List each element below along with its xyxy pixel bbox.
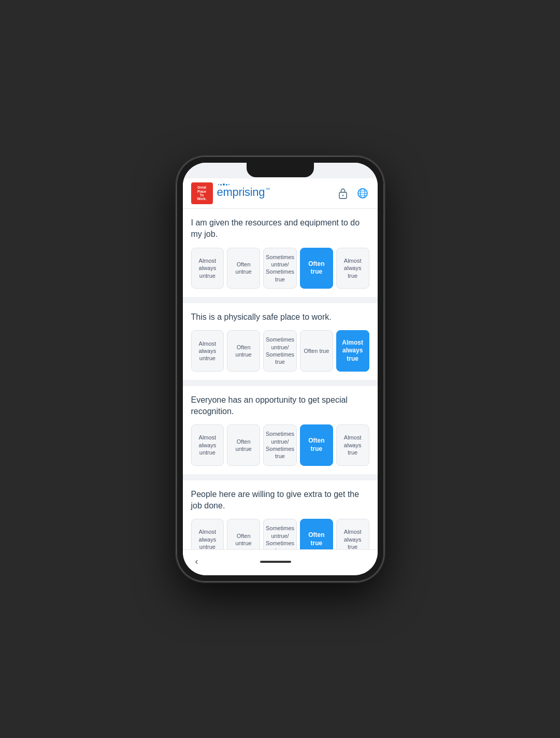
option-btn-q1-o4[interactable]: Often true <box>300 248 333 289</box>
questions-container: I am given the resources and equipment t… <box>183 209 378 549</box>
gptw-text-work: Work. <box>197 197 207 201</box>
brand-name-row: emprising ™ <box>217 186 270 199</box>
question-text-3: Everyone has an opportunity to get speci… <box>191 394 369 418</box>
home-indicator <box>260 561 291 563</box>
option-btn-q4-o2[interactable]: Often untrue <box>227 519 260 549</box>
gptw-text-great: Great <box>197 186 206 189</box>
gptw-logo: Great Place To Work. <box>191 182 213 204</box>
dot-1 <box>218 184 219 185</box>
emprising-tm-symbol: ™ <box>265 187 270 192</box>
option-btn-q3-o2[interactable]: Often untrue <box>227 424 260 465</box>
question-block-4: People here are willing to give extra to… <box>183 480 378 549</box>
app-header: Great Place To Work. <box>183 178 378 209</box>
options-row-1: Almost always untrueOften untrueSometime… <box>191 248 369 289</box>
option-btn-q2-o5[interactable]: Almost always true <box>336 330 369 371</box>
option-btn-q1-o5[interactable]: Almost always true <box>336 248 369 289</box>
option-btn-q4-o5[interactable]: Almost always true <box>336 519 369 549</box>
gptw-text-to: To <box>200 193 204 197</box>
question-text-2: This is a physically safe place to work. <box>191 311 369 323</box>
option-btn-q1-o2[interactable]: Often untrue <box>227 248 260 289</box>
options-row-4: Almost always untrueOften untrueSometime… <box>191 519 369 549</box>
bottom-navigation: ‹ <box>183 549 378 575</box>
option-btn-q2-o3[interactable]: Sometimes untrue/ Sometimes true <box>263 330 297 371</box>
back-button[interactable]: ‹ <box>191 554 203 569</box>
option-btn-q2-o4[interactable]: Often true <box>300 330 333 371</box>
dot-5 <box>228 184 229 185</box>
emprising-brand: emprising ™ <box>217 188 270 199</box>
logo-container: Great Place To Work. <box>191 182 270 204</box>
option-btn-q1-o3[interactable]: Sometimes untrue/ Sometimes true <box>263 248 297 289</box>
question-block-3: Everyone has an opportunity to get speci… <box>183 386 378 474</box>
screen-content: Great Place To Work. <box>183 163 378 549</box>
phone-frame: Great Place To Work. <box>177 157 384 581</box>
lock-icon[interactable] <box>336 187 350 200</box>
option-btn-q1-o1[interactable]: Almost always untrue <box>191 248 224 289</box>
option-btn-q3-o3[interactable]: Sometimes untrue/ Sometimes true <box>263 424 297 465</box>
phone-notch <box>247 163 314 177</box>
question-text-4: People here are willing to give extra to… <box>191 489 369 512</box>
phone-screen: Great Place To Work. <box>183 163 378 575</box>
question-text-1: I am given the resources and equipment t… <box>191 217 369 240</box>
option-btn-q4-o3[interactable]: Sometimes untrue/ Sometimes true <box>263 519 297 549</box>
header-icons-group <box>336 187 369 200</box>
option-btn-q3-o4[interactable]: Often true <box>300 424 333 465</box>
option-btn-q4-o1[interactable]: Almost always untrue <box>191 519 224 549</box>
options-row-2: Almost always untrueOften untrueSometime… <box>191 330 369 371</box>
svg-point-1 <box>342 195 343 196</box>
option-btn-q4-o4[interactable]: Often true <box>300 519 333 549</box>
option-btn-q2-o1[interactable]: Almost always untrue <box>191 330 224 371</box>
option-btn-q3-o5[interactable]: Almost always true <box>336 424 369 465</box>
option-btn-q2-o2[interactable]: Often untrue <box>227 330 260 371</box>
emprising-name-text: emprising <box>217 186 265 199</box>
question-block-1: I am given the resources and equipment t… <box>183 209 378 297</box>
globe-icon[interactable] <box>356 187 369 200</box>
option-btn-q3-o1[interactable]: Almost always untrue <box>191 424 224 465</box>
gptw-text-place: Place <box>197 190 206 193</box>
question-block-2: This is a physically safe place to work.… <box>183 303 378 380</box>
options-row-3: Almost always untrueOften untrueSometime… <box>191 424 369 465</box>
